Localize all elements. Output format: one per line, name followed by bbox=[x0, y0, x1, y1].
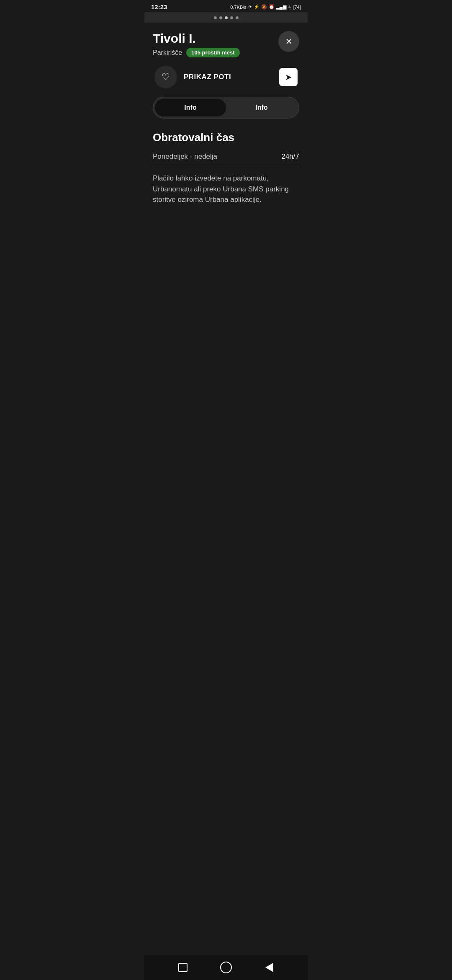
page-dot-4 bbox=[230, 16, 233, 19]
bluetooth-icon: ⚡ bbox=[254, 4, 259, 10]
navigation-arrow-icon: ➤ bbox=[285, 72, 292, 82]
route-row: ♡ PRIKAZ POTI ➤ bbox=[153, 66, 299, 88]
page-dot-3 bbox=[225, 16, 228, 19]
close-button[interactable]: ✕ bbox=[278, 31, 299, 52]
tab-bar: Info Info bbox=[153, 97, 299, 119]
battery-level: [74] bbox=[293, 5, 301, 10]
main-content: Obratovalni čas Ponedeljek - nedelja 24h… bbox=[144, 127, 308, 214]
parking-subtitle-row: Parkirišče 105 prostih mest bbox=[153, 48, 278, 57]
favorite-button[interactable]: ♡ bbox=[154, 66, 177, 88]
page-dot-5 bbox=[236, 16, 239, 19]
navigate-button[interactable]: ➤ bbox=[279, 68, 298, 86]
card-header: Tivoli I. Parkirišče 105 prostih mest ✕ bbox=[153, 31, 299, 57]
route-label: PRIKAZ POTI bbox=[184, 73, 272, 81]
map-page-indicator bbox=[144, 12, 308, 23]
parking-card: Tivoli I. Parkirišče 105 prostih mest ✕ … bbox=[144, 23, 308, 119]
network-speed: 0,7KB/s bbox=[230, 5, 247, 10]
hours-value: 24h/7 bbox=[281, 152, 299, 161]
page-dot-2 bbox=[219, 16, 222, 19]
operating-hours-title: Obratovalni čas bbox=[153, 131, 299, 144]
send-icon: ✈ bbox=[248, 4, 252, 10]
card-title-area: Tivoli I. Parkirišče 105 prostih mest bbox=[153, 31, 278, 57]
page-dot-1 bbox=[214, 16, 217, 19]
hours-row: Ponedeljek - nedelja 24h/7 bbox=[153, 152, 299, 167]
payment-info-text: Plačilo lahko izvedete na parkomatu, Urb… bbox=[153, 173, 299, 205]
hours-label: Ponedeljek - nedelja bbox=[153, 152, 217, 161]
signal-icon: ▂▄▆ bbox=[276, 4, 286, 10]
status-time: 12:23 bbox=[151, 3, 167, 10]
heart-icon: ♡ bbox=[162, 72, 170, 83]
status-bar: 12:23 0,7KB/s ✈ ⚡ 🔕 ⏰ ▂▄▆ ≋ [74] bbox=[144, 0, 308, 12]
close-icon: ✕ bbox=[285, 36, 293, 46]
wifi-icon: ≋ bbox=[288, 4, 292, 10]
mute-icon: 🔕 bbox=[261, 4, 267, 10]
tab-info-1[interactable]: Info bbox=[155, 99, 226, 116]
alarm-icon: ⏰ bbox=[269, 4, 275, 10]
availability-badge: 105 prostih mest bbox=[186, 48, 239, 57]
status-right-icons: 0,7KB/s ✈ ⚡ 🔕 ⏰ ▂▄▆ ≋ [74] bbox=[230, 4, 301, 10]
parking-type: Parkirišče bbox=[153, 49, 182, 57]
tab-info-2[interactable]: Info bbox=[226, 99, 297, 116]
parking-name: Tivoli I. bbox=[153, 31, 278, 46]
